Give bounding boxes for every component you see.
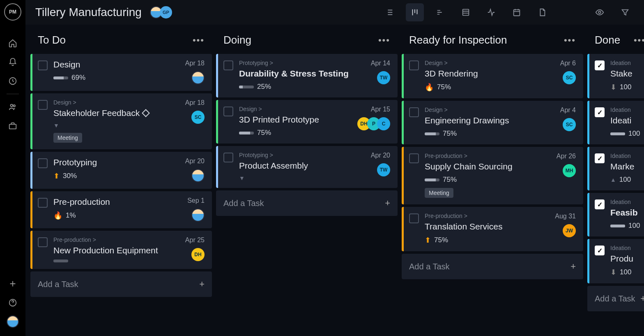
- task-checkbox[interactable]: [223, 153, 233, 162]
- task-checkbox[interactable]: ✓: [595, 246, 605, 255]
- task-card[interactable]: Design 69% Apr 18: [30, 54, 212, 91]
- task-breadcrumb: Ideation: [610, 199, 644, 205]
- column-title: Doing: [223, 34, 251, 46]
- task-card[interactable]: Pre-production 🔥1% Sep 1: [30, 191, 212, 228]
- task-checkbox[interactable]: [38, 158, 48, 168]
- add-task-button[interactable]: Add a Task+: [216, 190, 398, 216]
- task-meta: ⬆30%: [53, 171, 176, 181]
- add-task-button[interactable]: Add a Task+: [30, 271, 212, 297]
- task-card[interactable]: Pre-production > New Production Equipmen…: [30, 231, 212, 269]
- task-card[interactable]: Prototyping > Durability & Stress Testin…: [216, 54, 398, 97]
- progress-percent: 75%: [437, 83, 451, 91]
- board-view-icon[interactable]: [406, 3, 424, 21]
- card-stripe: [587, 147, 589, 190]
- task-checkbox[interactable]: [409, 213, 419, 223]
- card-stripe: [216, 146, 218, 188]
- task-card[interactable]: ✓ Ideation Produ ⬇100: [587, 239, 644, 283]
- task-name: Ideati: [610, 116, 644, 125]
- task-card[interactable]: ✓ Ideation Marke ▲100: [587, 147, 644, 190]
- task-checkbox[interactable]: [223, 60, 233, 70]
- task-checkbox[interactable]: ✓: [595, 199, 605, 209]
- column-menu-icon[interactable]: •••: [378, 35, 390, 46]
- task-checkbox[interactable]: [38, 100, 48, 110]
- activity-icon[interactable]: [482, 3, 500, 21]
- task-date: Apr 26: [557, 153, 576, 160]
- help-icon[interactable]: [4, 294, 21, 311]
- task-breadcrumb: Ideation: [610, 60, 644, 66]
- task-checkbox[interactable]: [409, 60, 419, 70]
- add-icon[interactable]: [4, 275, 21, 292]
- progress-percent: 30%: [63, 172, 77, 180]
- add-task-button[interactable]: Add a Task+: [587, 286, 644, 311]
- task-meta: 25%: [239, 83, 362, 91]
- add-task-label: Add a Task: [38, 280, 78, 289]
- task-checkbox[interactable]: [409, 107, 419, 117]
- user-avatar[interactable]: [4, 313, 21, 330]
- task-name: Engineering Drawings: [425, 116, 551, 125]
- assignee-avatars: TW: [377, 163, 390, 176]
- task-card[interactable]: ✓ Ideation Feasib 100: [587, 193, 644, 236]
- task-card[interactable]: Design > Engineering Drawings 75% Apr 4S…: [402, 101, 583, 144]
- task-checkbox[interactable]: ✓: [595, 60, 605, 70]
- column-title: To Do: [38, 34, 66, 46]
- task-breadcrumb: Design >: [425, 107, 551, 113]
- add-task-button[interactable]: Add a Task+: [402, 254, 583, 279]
- calendar-icon[interactable]: [508, 3, 526, 21]
- task-card[interactable]: Pre-production > Supply Chain Sourcing 7…: [402, 147, 583, 204]
- progress-percent: 69%: [71, 74, 85, 82]
- app-logo[interactable]: PM: [4, 3, 21, 21]
- people-icon[interactable]: [4, 98, 21, 116]
- task-name: Durability & Stress Testing: [239, 69, 362, 79]
- task-card[interactable]: Prototyping ⬆30% Apr 20: [30, 152, 212, 189]
- home-icon[interactable]: [4, 35, 21, 52]
- task-card[interactable]: Pre-production > Translation Services ⬆7…: [402, 207, 583, 251]
- task-date: Apr 18: [185, 99, 205, 107]
- avatar: JW: [563, 224, 576, 237]
- list-view-icon[interactable]: [380, 3, 398, 21]
- task-card[interactable]: ✓ Ideation Stake ⬇100: [587, 54, 644, 98]
- task-breadcrumb: Design >: [239, 106, 348, 112]
- task-card[interactable]: Design > Stakeholder Feedback ▼ Meeting …: [30, 93, 212, 149]
- task-name: Pre-production: [53, 197, 178, 207]
- kanban-board: To Do••• Design 69% Apr 18 Design > Stak…: [25, 25, 644, 336]
- progress-percent: 25%: [257, 83, 271, 91]
- task-name: Feasib: [610, 208, 644, 218]
- table-view-icon[interactable]: [457, 3, 475, 21]
- task-checkbox[interactable]: ✓: [595, 153, 605, 163]
- task-breadcrumb: Ideation: [610, 107, 644, 113]
- gantt-view-icon[interactable]: [431, 3, 449, 21]
- file-icon[interactable]: [533, 3, 551, 21]
- bell-icon[interactable]: [4, 53, 21, 71]
- task-checkbox[interactable]: [38, 237, 48, 247]
- task-checkbox[interactable]: [38, 60, 48, 70]
- card-stripe: [216, 54, 218, 97]
- eye-icon[interactable]: [591, 3, 609, 21]
- progress-percent: 75%: [443, 130, 457, 138]
- column-menu-icon[interactable]: •••: [193, 35, 205, 46]
- card-stripe: [402, 54, 404, 98]
- task-checkbox[interactable]: [38, 198, 48, 208]
- task-date: Apr 18: [185, 60, 205, 67]
- filter-icon[interactable]: [616, 3, 634, 21]
- svg-point-1: [11, 104, 13, 107]
- header-avatars[interactable]: GP: [152, 6, 172, 19]
- task-checkbox[interactable]: [409, 153, 419, 163]
- avatar: SC: [563, 118, 576, 131]
- clock-icon[interactable]: [4, 72, 21, 90]
- task-tag: Meeting: [425, 188, 453, 198]
- column-menu-icon[interactable]: •••: [564, 35, 576, 46]
- assignee-avatars: SC: [563, 71, 576, 84]
- task-meta: ⬇100: [610, 268, 644, 277]
- task-checkbox[interactable]: [223, 107, 233, 116]
- task-card[interactable]: Prototyping > Product Assembly ▼ Apr 20T…: [216, 146, 398, 188]
- progress-bar: [425, 178, 439, 181]
- task-card[interactable]: Design > 3D Rendering 🔥75% Apr 6SC: [402, 54, 583, 98]
- assignee-avatars: JW: [563, 224, 576, 237]
- task-name: Prototyping: [53, 158, 176, 167]
- task-checkbox[interactable]: ✓: [595, 107, 605, 117]
- task-card[interactable]: ✓ Ideation Ideati 100: [587, 101, 644, 144]
- briefcase-icon[interactable]: [4, 117, 21, 134]
- priority-fire-icon: 🔥: [53, 211, 62, 220]
- task-card[interactable]: Design > 3D Printed Prototype 75% Apr 15…: [216, 100, 398, 144]
- column-menu-icon[interactable]: •••: [634, 35, 644, 46]
